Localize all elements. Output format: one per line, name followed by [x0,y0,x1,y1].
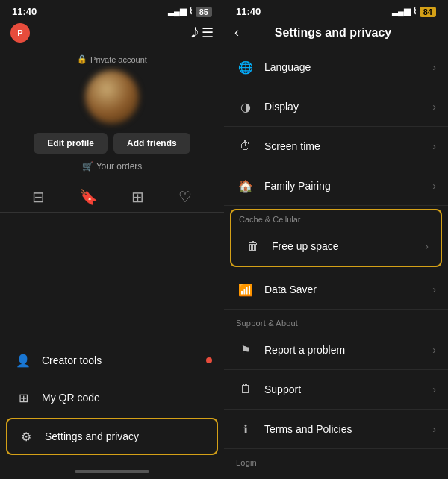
settings-item-screen-time[interactable]: ⏱ Screen time › [224,127,448,166]
cart-icon: 🛒 [82,161,93,172]
section-login: Login 👤 Switch account › ⇥ Log out › [224,449,448,479]
chevron-screen-time: › [432,140,436,152]
display-label: Display [264,101,432,113]
qr-code-icon: ⊞ [15,389,31,406]
support-about-header: Support & About [224,310,448,331]
battery-right: 84 [420,7,436,17]
profile-section: 🔒 Private account Edit profile Add frien… [0,47,224,178]
chevron-support: › [432,383,436,395]
qr-code-label: My QR code [42,392,100,404]
stats-row: ⊟ 🔖 ⊞ ♡ [0,178,224,213]
status-bar-left: 11:40 ▂▄▆ ⌇ 85 [0,0,224,20]
grid-icon: ⊞ [131,188,144,206]
chevron-report-problem: › [432,344,436,356]
chevron-free-up-space: › [425,240,429,252]
settings-icon: ⚙ [18,428,34,445]
display-icon: ◑ [236,97,255,116]
add-friends-button[interactable]: Add friends [113,133,190,154]
cache-cellular-header: Cache & Cellular [231,210,441,227]
videos-icon: ⊟ [32,188,45,206]
bookmark-icon: 🔖 [79,188,98,206]
settings-item-switch-account[interactable]: 👤 Switch account › [224,470,448,479]
signal-icon-right: ▂▄▆ [392,7,410,16]
top-bar-left: P 𝅘𝅥𝅮 ☰ [0,20,224,47]
status-bar-right: 11:40 ▂▄▆ ⌇ 84 [224,0,448,20]
chevron-display: › [432,101,436,113]
settings-item-family-pairing[interactable]: 🏠 Family Pairing › [224,166,448,206]
data-saver-label: Data Saver [264,284,432,295]
creator-tools-icon: 👤 [15,352,31,369]
right-panel: 11:40 ▂▄▆ ⌇ 84 ‹ Settings and privacy 🌐 … [224,0,448,479]
menu-icon[interactable]: ☰ [202,25,214,41]
creator-tools-label: Creator tools [42,354,102,366]
section-support-about: Support & About ⚑ Report a problem › 🗒 S… [224,310,448,449]
free-up-space-icon: 🗑 [243,237,263,256]
family-pairing-icon: 🏠 [236,176,255,195]
lock-icon: 🔒 [77,54,87,64]
section-cache-cellular: Cache & Cellular 🗑 Free up space › [230,209,442,267]
left-menu: 👤 Creator tools ⊞ My QR code ⚙ Settings … [0,213,224,479]
settings-item-report-problem[interactable]: ⚑ Report a problem › [224,331,448,370]
chevron-terms-policies: › [432,423,436,435]
edit-profile-button[interactable]: Edit profile [34,133,108,154]
screen-time-icon: ⏱ [236,137,255,156]
home-indicator-left [75,470,149,473]
creator-tools-dot [206,357,212,363]
left-panel: 11:40 ▂▄▆ ⌇ 85 P 𝅘𝅥𝅮 ☰ 🔒 Private account… [0,0,224,479]
profile-icon-left[interactable]: P [10,23,30,43]
report-problem-icon: ⚑ [236,340,255,360]
report-problem-label: Report a problem [264,344,432,356]
profile-avatar[interactable] [85,70,139,124]
page-title: Settings and privacy [246,26,420,40]
heart-icon: ♡ [178,188,192,206]
support-label: Support [264,383,432,395]
settings-label: Settings and privacy [45,431,139,442]
time-right: 11:40 [236,6,261,17]
menu-item-settings[interactable]: ⚙ Settings and privacy [6,418,218,455]
data-saver-icon: 📶 [236,280,255,299]
settings-header: ‹ Settings and privacy [224,20,448,48]
settings-item-language[interactable]: 🌐 Language › [224,48,448,87]
family-pairing-label: Family Pairing [264,180,432,192]
back-button[interactable]: ‹ [234,25,239,40]
settings-list: 🌐 Language › ◑ Display › ⏱ Screen time ›… [224,48,448,479]
settings-item-terms-policies[interactable]: ℹ Terms and Policies › [224,410,448,449]
chevron-language: › [432,61,436,73]
login-header: Login [224,449,448,470]
status-icons-right: ▂▄▆ ⌇ 84 [392,7,436,17]
section-main: 🌐 Language › ◑ Display › ⏱ Screen time ›… [224,48,448,206]
language-label: Language [264,61,432,73]
terms-policies-label: Terms and Policies [264,423,432,435]
menu-item-creator-tools[interactable]: 👤 Creator tools [0,342,224,379]
wifi-icon-right: ⌇ [413,7,417,16]
private-label: 🔒 Private account [77,54,147,64]
battery-left: 85 [196,7,212,16]
time-left: 11:40 [12,6,37,17]
section-data: 📶 Data Saver › [224,270,448,310]
support-icon: 🗒 [236,380,255,399]
terms-policies-icon: ℹ [236,419,255,439]
chevron-data-saver: › [432,284,436,295]
settings-item-support[interactable]: 🗒 Support › [224,370,448,410]
status-icons-left: ▂▄▆ ⌇ 85 [168,7,212,16]
settings-item-free-up-space[interactable]: 🗑 Free up space › [231,227,441,266]
settings-item-data-saver[interactable]: 📶 Data Saver › [224,270,448,310]
menu-item-qr-code[interactable]: ⊞ My QR code [0,379,224,416]
language-icon: 🌐 [236,57,255,77]
settings-item-display[interactable]: ◑ Display › [224,87,448,127]
profile-buttons: Edit profile Add friends [34,133,190,154]
chevron-family-pairing: › [432,180,436,192]
wifi-icon-left: ⌇ [189,7,193,16]
signal-icon-left: ▂▄▆ [168,7,186,16]
screen-time-label: Screen time [264,140,432,152]
top-icons-left: 𝅘𝅥𝅮 ☰ [191,25,214,41]
orders-row[interactable]: 🛒 Your orders [82,161,143,172]
free-up-space-label: Free up space [272,240,425,252]
